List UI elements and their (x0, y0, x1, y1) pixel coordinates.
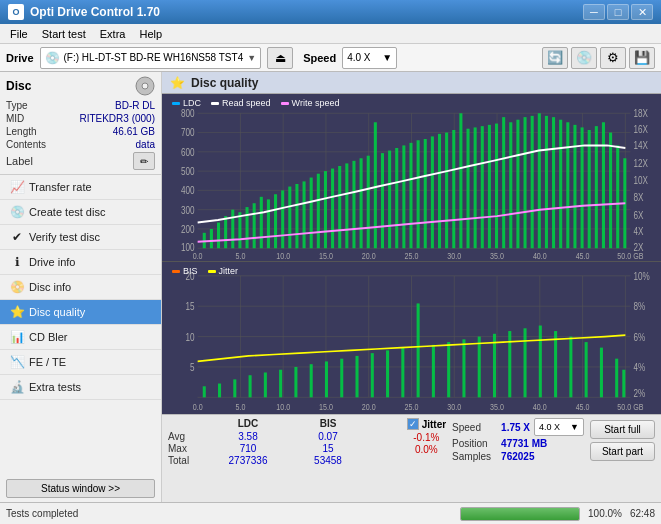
svg-text:600: 600 (181, 147, 195, 158)
svg-text:35.0: 35.0 (490, 251, 504, 261)
verify-test-disc-icon: ✔ (10, 230, 24, 244)
start-full-button[interactable]: Start full (590, 420, 655, 439)
chart1-container: LDC Read speed Write speed (162, 94, 661, 262)
sidebar-item-drive-info[interactable]: ℹ Drive info (0, 250, 161, 275)
speed-selector[interactable]: 4.0 X ▼ (342, 47, 397, 69)
fe-te-icon: 📉 (10, 355, 24, 369)
disc-length-value: 46.61 GB (113, 126, 155, 137)
disc-section-icon (135, 76, 155, 96)
svg-rect-170 (585, 342, 588, 397)
col-header-empty (168, 418, 198, 429)
disc-mid-label: MID (6, 113, 24, 124)
stats-max-label: Max (168, 443, 198, 454)
svg-rect-60 (281, 190, 284, 248)
legend-write-speed: Write speed (281, 98, 340, 108)
svg-rect-68 (338, 166, 341, 248)
svg-rect-155 (355, 356, 358, 397)
status-text: Tests completed (6, 508, 452, 519)
speed-info: Speed 1.75 X 4.0 X ▼ Position 47731 MB S… (452, 418, 584, 462)
sidebar-label-disc-quality: Disc quality (29, 306, 85, 318)
svg-rect-86 (466, 129, 469, 249)
disc-header: Disc (6, 76, 155, 96)
svg-text:8%: 8% (634, 300, 646, 313)
disc-type-value: BD-R DL (115, 100, 155, 111)
menu-start-test[interactable]: Start test (36, 27, 92, 41)
svg-rect-171 (600, 348, 603, 398)
jitter-checkbox[interactable]: ✓ (407, 418, 419, 430)
svg-text:12X: 12X (634, 158, 648, 169)
svg-rect-69 (345, 163, 348, 248)
minimize-button[interactable]: ─ (583, 4, 605, 20)
disc-label-edit-button[interactable]: ✏ (133, 152, 155, 170)
disc-contents-row: Contents data (6, 139, 155, 150)
sidebar-item-disc-info[interactable]: 📀 Disc info (0, 275, 161, 300)
svg-rect-98 (552, 117, 555, 248)
sidebar-item-cd-bler[interactable]: 📊 CD Bler (0, 325, 161, 350)
title-bar-left: O Opti Drive Control 1.70 (8, 4, 160, 20)
svg-rect-154 (340, 359, 343, 398)
time-text: 62:48 (630, 508, 655, 519)
svg-rect-148 (249, 375, 252, 397)
sidebar-item-extra-tests[interactable]: 🔬 Extra tests (0, 375, 161, 400)
col-header-bis: BIS (298, 418, 358, 429)
svg-rect-75 (388, 151, 391, 249)
sidebar-item-create-test-disc[interactable]: 💿 Create test disc (0, 200, 161, 225)
save-button[interactable]: 💾 (629, 47, 655, 69)
stats-max-ldc: 710 (218, 443, 278, 454)
svg-text:10.0: 10.0 (276, 251, 290, 261)
settings-button[interactable]: ⚙ (600, 47, 626, 69)
content-header-title: Disc quality (191, 76, 258, 90)
toolbar-icons: 🔄 💿 ⚙ 💾 (542, 47, 655, 69)
svg-text:15.0: 15.0 (319, 401, 333, 412)
speed-label: Speed (303, 52, 336, 64)
svg-rect-100 (566, 122, 569, 248)
svg-rect-71 (360, 158, 363, 248)
svg-rect-106 (609, 133, 612, 249)
drive-label: Drive (6, 52, 34, 64)
close-button[interactable]: ✕ (631, 4, 653, 20)
svg-rect-87 (474, 127, 477, 248)
sidebar-label-fe-te: FE / TE (29, 356, 66, 368)
legend-bis-dot (172, 270, 180, 273)
legend-bis: BIS (172, 266, 198, 276)
svg-text:25.0: 25.0 (405, 251, 419, 261)
svg-text:10: 10 (186, 331, 196, 344)
stats-avg-label: Avg (168, 431, 198, 442)
maximize-button[interactable]: □ (607, 4, 629, 20)
sidebar-item-verify-test-disc[interactable]: ✔ Verify test disc (0, 225, 161, 250)
refresh-button[interactable]: 🔄 (542, 47, 568, 69)
sidebar-item-transfer-rate[interactable]: 📈 Transfer rate (0, 175, 161, 200)
svg-rect-54 (238, 212, 241, 248)
menu-extra[interactable]: Extra (94, 27, 132, 41)
svg-rect-97 (545, 116, 548, 248)
sidebar-item-fe-te[interactable]: 📉 FE / TE (0, 350, 161, 375)
svg-rect-78 (409, 143, 412, 248)
stats-avg-bis: 0.07 (298, 431, 358, 442)
drive-selector[interactable]: 💿 (F:) HL-DT-ST BD-RE WH16NS58 TST4 ▼ (40, 47, 262, 69)
svg-text:4X: 4X (634, 227, 644, 238)
sidebar-label-verify-test-disc: Verify test disc (29, 231, 100, 243)
start-part-button[interactable]: Start part (590, 442, 655, 461)
sidebar-nav: 📈 Transfer rate 💿 Create test disc ✔ Ver… (0, 175, 161, 400)
disc-button[interactable]: 💿 (571, 47, 597, 69)
svg-rect-95 (531, 116, 534, 248)
menu-file[interactable]: File (4, 27, 34, 41)
svg-rect-161 (447, 342, 450, 397)
svg-rect-101 (573, 125, 576, 248)
sidebar-item-disc-quality[interactable]: ⭐ Disc quality (0, 300, 161, 325)
status-window-button[interactable]: Status window >> (6, 479, 155, 498)
sidebar-label-extra-tests: Extra tests (29, 381, 81, 393)
disc-type-label: Type (6, 100, 28, 111)
speed-info-selector[interactable]: 4.0 X ▼ (534, 418, 584, 436)
jitter-label: Jitter (422, 419, 446, 430)
disc-info-icon: 📀 (10, 280, 24, 294)
svg-rect-89 (488, 125, 491, 248)
svg-rect-51 (217, 223, 220, 249)
title-bar: O Opti Drive Control 1.70 ─ □ ✕ (0, 0, 661, 24)
menu-help[interactable]: Help (133, 27, 168, 41)
transfer-rate-icon: 📈 (10, 180, 24, 194)
svg-rect-65 (317, 174, 320, 249)
eject-button[interactable]: ⏏ (267, 47, 293, 69)
app-icon: O (8, 4, 24, 20)
content-header-icon: ⭐ (170, 76, 185, 90)
